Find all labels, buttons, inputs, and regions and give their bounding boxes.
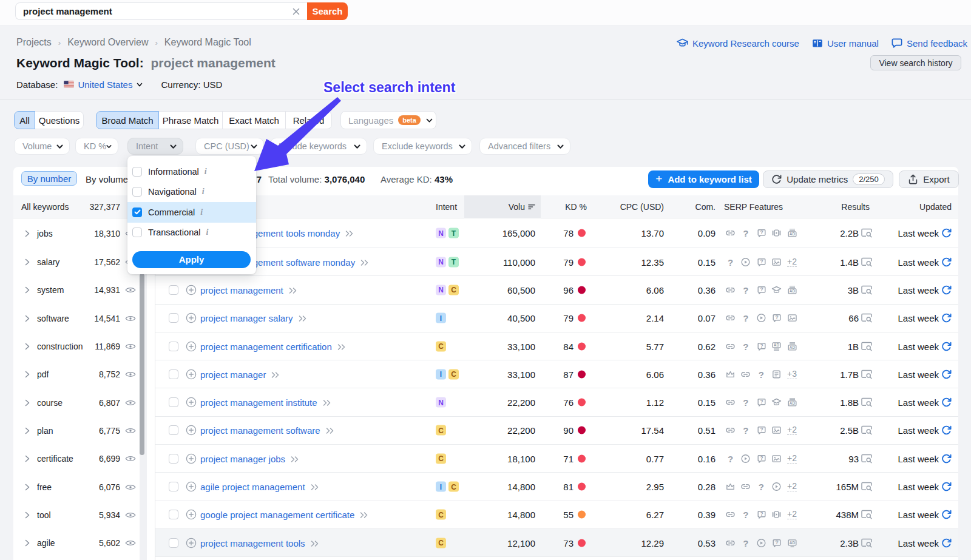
svg-text:?: ? [760, 399, 763, 405]
svg-text:?: ? [760, 427, 763, 433]
svg-text:AD: AD [789, 540, 795, 544]
svg-text:?: ? [760, 258, 763, 265]
svg-text:?: ? [760, 342, 763, 348]
svg-text:?: ? [760, 286, 763, 292]
svg-text:AD: AD [789, 232, 795, 236]
svg-text:AD: AD [789, 345, 795, 349]
svg-text:?: ? [760, 511, 763, 517]
svg-text:AD: AD [774, 343, 780, 347]
svg-text:?: ? [760, 229, 763, 235]
svg-text:?: ? [776, 314, 779, 320]
svg-text:?: ? [760, 455, 763, 461]
svg-text:AD: AD [789, 401, 795, 405]
svg-text:AD: AD [789, 289, 795, 293]
svg-text:?: ? [776, 539, 779, 545]
